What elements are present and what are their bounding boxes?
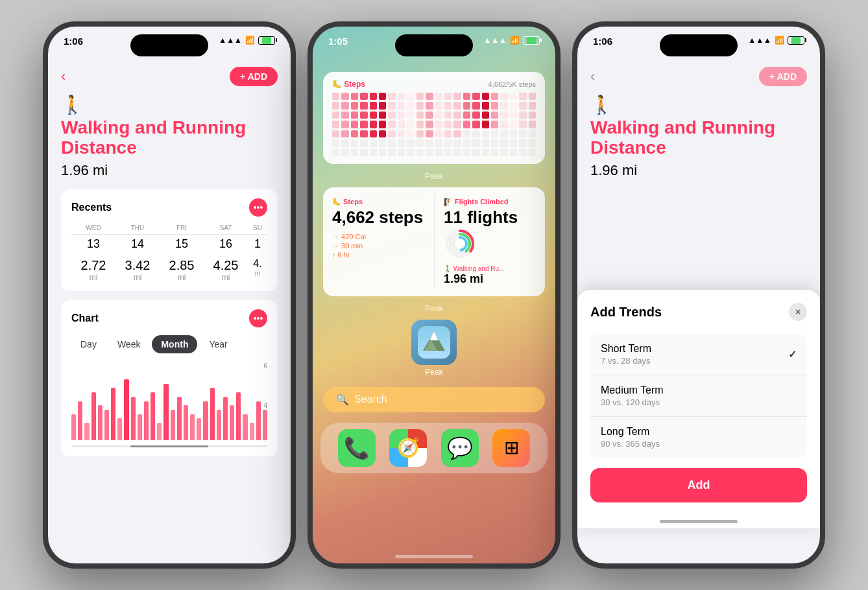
steps-col-label: 🦶 Steps — [332, 198, 434, 206]
status-icons-2: ▲▲▲ 📶 — [483, 36, 540, 45]
chart-bar — [157, 423, 162, 440]
step-dot — [519, 130, 526, 137]
step-dot — [388, 149, 395, 156]
chart-area: 6 4 — [71, 362, 267, 440]
step-dot — [519, 102, 526, 109]
step-dot — [510, 121, 517, 128]
step-dot — [519, 121, 526, 128]
step-dot — [379, 121, 386, 128]
step-dot — [416, 102, 424, 109]
step-dot — [398, 121, 405, 128]
step-dot — [370, 139, 377, 147]
step-dot — [332, 149, 339, 156]
step-dot — [453, 130, 461, 137]
peak-app-label: Peak — [411, 368, 457, 377]
step-dot — [332, 139, 339, 147]
step-dot — [472, 93, 479, 100]
flights-col: 🧗 Flights Climbed 11 flights — [434, 195, 536, 289]
step-dot — [388, 121, 395, 128]
chart-scrollbar[interactable] — [71, 445, 267, 447]
dock-phone-icon[interactable]: 📞 — [338, 429, 376, 467]
steps-widget: 🦶 Steps 4,662/5K steps — [323, 72, 545, 164]
recents-table: WED THU FRI SAT SU 13 14 15 16 — [71, 224, 267, 282]
battery-icon-2 — [523, 36, 540, 45]
dock-messages-icon[interactable]: 💬 — [441, 429, 479, 467]
chart-tab-month[interactable]: Month — [152, 335, 197, 353]
chart-scrollbar-thumb — [130, 445, 209, 447]
chart-tab-year[interactable]: Year — [200, 335, 236, 353]
dock: 📞 🧭 💬 ⊞ — [320, 423, 548, 473]
chart-bar — [84, 423, 89, 440]
step-dot — [379, 130, 386, 137]
step-dot — [360, 121, 367, 128]
dock-widgets-icon[interactable]: ⊞ — [492, 429, 530, 467]
step-dot — [529, 149, 536, 156]
chart-tab-day[interactable]: Day — [71, 335, 106, 353]
search-bar[interactable]: 🔍 Search — [323, 387, 545, 412]
trend-option-medium[interactable]: Medium Term 30 vs. 120 days — [590, 375, 807, 417]
chart-bar — [197, 418, 201, 440]
step-dot — [472, 139, 479, 147]
peak-label-1: Peak — [323, 172, 545, 181]
chart-bar — [98, 405, 102, 440]
trend-option-long[interactable]: Long Term 90 vs. 365 days — [590, 417, 807, 458]
chart-bar — [171, 410, 175, 440]
add-confirm-button[interactable]: Add — [590, 468, 807, 502]
chart-bar — [190, 414, 195, 440]
mountain-icon — [418, 326, 450, 359]
search-label: Search — [354, 394, 387, 405]
step-dot — [332, 93, 339, 100]
chart-bar — [263, 410, 267, 440]
recents-header-sat: SAT — [204, 224, 248, 231]
step-dot — [482, 130, 489, 137]
step-dot — [472, 130, 479, 137]
chart-bar — [163, 384, 168, 440]
step-dot — [482, 112, 489, 119]
step-dot — [379, 112, 386, 119]
step-dot — [360, 112, 367, 119]
modal-close-button[interactable]: × — [789, 303, 807, 321]
step-dot — [360, 93, 367, 100]
activity-hr: ↑ 6 hr — [332, 251, 434, 259]
chart-bar — [111, 388, 115, 440]
step-dot — [529, 121, 536, 128]
step-dot — [472, 112, 479, 119]
recents-more-button[interactable]: ••• — [249, 198, 267, 217]
step-dot — [444, 139, 452, 147]
step-dot — [398, 112, 405, 119]
step-dot — [426, 121, 433, 128]
step-dot — [463, 139, 470, 147]
step-dot — [435, 139, 442, 147]
step-dot — [463, 112, 470, 119]
dock-safari-icon[interactable]: 🧭 — [389, 429, 427, 467]
chart-bar — [236, 392, 241, 440]
chart-tab-week[interactable]: Week — [108, 335, 150, 353]
chart-bar — [210, 388, 215, 440]
step-dot — [332, 121, 339, 128]
recents-header-su: SU — [248, 224, 267, 231]
dynamic-island-1 — [130, 34, 208, 56]
back-button-1[interactable]: ‹ — [61, 68, 66, 85]
wifi-icon-3: 📶 — [775, 36, 784, 45]
chart-bar — [131, 397, 136, 440]
step-dot — [398, 149, 405, 156]
chart-bar — [71, 414, 76, 440]
walking-distance-3: 1.96 mi — [590, 162, 807, 179]
nav-bar-1: ‹ + ADD — [61, 62, 278, 94]
status-time-2: 1:05 — [328, 36, 348, 47]
step-dot — [407, 149, 414, 156]
walking-title-3: Walking and Running Distance — [590, 118, 807, 158]
steps-label: 🦶 Steps — [332, 80, 365, 89]
step-dot — [453, 93, 461, 100]
step-dot — [407, 121, 414, 128]
chart-more-button[interactable]: ••• — [249, 309, 267, 327]
step-dot — [370, 130, 377, 137]
home-indicator-2 — [395, 555, 473, 558]
step-dot — [444, 93, 452, 100]
trend-option-short[interactable]: Short Term 7 vs. 28 days ✓ — [590, 334, 807, 375]
step-dot — [407, 130, 414, 137]
add-button-1[interactable]: + ADD — [230, 67, 278, 86]
step-dot — [341, 93, 348, 100]
peak-app-icon[interactable] — [411, 320, 457, 365]
trend-medium-desc: 30 vs. 120 days — [601, 397, 664, 407]
